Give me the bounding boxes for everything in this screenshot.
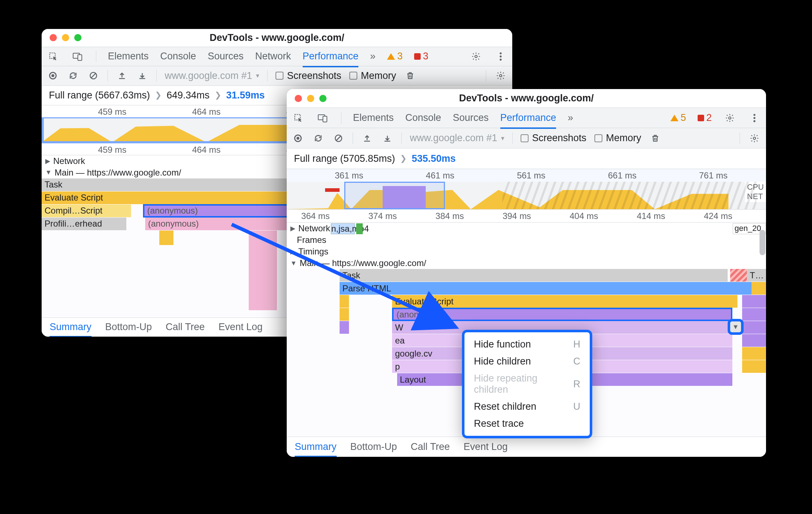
svg-point-4	[500, 52, 501, 54]
maximize-icon[interactable]	[319, 95, 327, 102]
flame-compile-script[interactable]: Compil…Script	[42, 205, 131, 217]
settings-icon[interactable]	[723, 111, 736, 125]
btab-calltree[interactable]: Call Tree	[411, 441, 450, 452]
close-icon[interactable]	[50, 34, 57, 41]
flame-small[interactable]	[752, 282, 766, 295]
tab-performance[interactable]: Performance	[303, 51, 359, 62]
tab-console[interactable]: Console	[405, 112, 441, 123]
crumb-selected[interactable]: 535.50ms	[412, 153, 456, 164]
download-icon[interactable]	[381, 132, 394, 144]
tab-more[interactable]: »	[568, 112, 573, 123]
tab-sources[interactable]: Sources	[208, 51, 244, 62]
device-toggle-icon[interactable]	[316, 111, 329, 125]
window-title: DevTools - www.google.com/	[42, 32, 512, 43]
svg-line-22	[232, 224, 453, 326]
flame-small[interactable]	[742, 308, 766, 321]
download-icon[interactable]	[136, 69, 148, 82]
window-title: DevTools - www.google.com/	[287, 93, 766, 104]
error-badge[interactable]: 3	[414, 51, 428, 62]
error-badge[interactable]: 2	[698, 112, 712, 123]
perf-settings-icon[interactable]	[494, 69, 507, 82]
tab-sources[interactable]: Sources	[453, 112, 489, 123]
separator	[486, 70, 486, 81]
perf-toolbar: www.google.com #1▾ Screenshots Memory	[287, 128, 766, 148]
flame-small[interactable]	[742, 334, 766, 347]
svg-point-3	[475, 55, 477, 58]
warning-badge[interactable]: 3	[387, 51, 403, 62]
reload-icon[interactable]	[312, 132, 324, 144]
screenshots-checkbox[interactable]: Screenshots	[275, 70, 341, 81]
reload-icon[interactable]	[67, 69, 79, 82]
flame-small[interactable]	[742, 360, 766, 373]
separator	[156, 70, 157, 81]
tab-elements[interactable]: Elements	[108, 51, 149, 62]
more-menu-icon[interactable]	[748, 111, 761, 125]
menu-hide-repeating-children: Hide repeating childrenR	[464, 370, 590, 398]
overview-ticks: 361 ms 461 ms 561 ms 661 ms 761 ms	[287, 169, 766, 182]
screenshots-checkbox[interactable]: Screenshots	[521, 132, 586, 144]
trash-icon[interactable]	[649, 132, 661, 144]
record-icon[interactable]	[292, 132, 304, 144]
upload-icon[interactable]	[116, 69, 128, 82]
maximize-icon[interactable]	[74, 34, 81, 41]
target-dropdown[interactable]: www.google.com #1▾	[165, 70, 259, 81]
breadcrumbs: Full range (5705.85ms) ❯ 535.50ms	[287, 148, 766, 169]
flame-task-2[interactable]: T…	[747, 269, 766, 282]
upload-icon[interactable]	[361, 132, 373, 144]
btab-calltree[interactable]: Call Tree	[166, 321, 205, 333]
scrollbar-thumb[interactable]	[760, 230, 765, 255]
panel-tabbar: Elements Console Sources Performance » 5…	[287, 108, 766, 128]
bottom-tabs: Summary Bottom-Up Call Tree Event Log	[287, 437, 766, 457]
entry-dropdown-button[interactable]: ▼	[728, 319, 744, 335]
close-icon[interactable]	[295, 95, 302, 102]
svg-point-6	[500, 59, 501, 60]
inspect-icon[interactable]	[47, 50, 60, 63]
menu-hide-function[interactable]: Hide functionH	[464, 336, 590, 353]
record-icon[interactable]	[47, 69, 59, 82]
svg-point-14	[729, 117, 731, 119]
btab-bottomup[interactable]: Bottom-Up	[350, 441, 397, 452]
menu-hide-children[interactable]: Hide childrenC	[464, 353, 590, 370]
trash-icon[interactable]	[404, 69, 416, 82]
btab-summary[interactable]: Summary	[295, 441, 337, 452]
warning-badge[interactable]: 5	[670, 112, 686, 123]
tab-console[interactable]: Console	[160, 51, 196, 62]
inspect-icon[interactable]	[292, 111, 305, 125]
btab-bottomup[interactable]: Bottom-Up	[105, 321, 152, 333]
btab-summary[interactable]: Summary	[50, 321, 92, 333]
flame-profiler-overhead[interactable]: Profili…erhead	[42, 218, 126, 230]
overview[interactable]: CPUNET	[287, 182, 766, 209]
separator	[341, 112, 341, 124]
settings-icon[interactable]	[470, 50, 483, 63]
menu-reset-children[interactable]: Reset childrenU	[464, 398, 590, 415]
svg-point-8	[51, 74, 54, 77]
flame-small[interactable]	[742, 347, 766, 360]
target-dropdown[interactable]: www.google.com #1▾	[410, 132, 504, 144]
memory-checkbox[interactable]: Memory	[594, 132, 641, 144]
tab-performance[interactable]: Performance	[500, 112, 556, 123]
minimize-icon[interactable]	[62, 34, 69, 41]
memory-checkbox[interactable]: Memory	[349, 70, 396, 81]
clear-icon[interactable]	[87, 69, 100, 82]
crumb-full-range[interactable]: Full range (5705.85ms)	[294, 153, 395, 164]
tab-elements[interactable]: Elements	[353, 112, 394, 123]
separator	[353, 132, 353, 144]
clear-icon[interactable]	[332, 132, 345, 144]
perf-settings-icon[interactable]	[748, 132, 761, 145]
crumb-mid[interactable]: 649.34ms	[167, 90, 210, 101]
svg-point-16	[753, 117, 755, 119]
tab-more[interactable]: »	[370, 51, 375, 62]
minimize-icon[interactable]	[307, 95, 314, 102]
svg-point-10	[500, 75, 502, 77]
device-toggle-icon[interactable]	[71, 50, 84, 63]
flame-small[interactable]	[742, 321, 766, 334]
crumb-selected[interactable]: 31.59ms	[226, 90, 265, 101]
svg-point-19	[296, 137, 299, 140]
more-menu-icon[interactable]	[494, 50, 507, 63]
menu-reset-trace[interactable]: Reset trace	[464, 415, 590, 432]
btab-eventlog[interactable]: Event Log	[464, 441, 508, 452]
flame-small[interactable]	[742, 295, 766, 308]
crumb-full-range[interactable]: Full range (5667.63ms)	[49, 90, 150, 101]
tab-network[interactable]: Network	[255, 51, 291, 62]
chevron-right-icon: ❯	[155, 90, 161, 100]
